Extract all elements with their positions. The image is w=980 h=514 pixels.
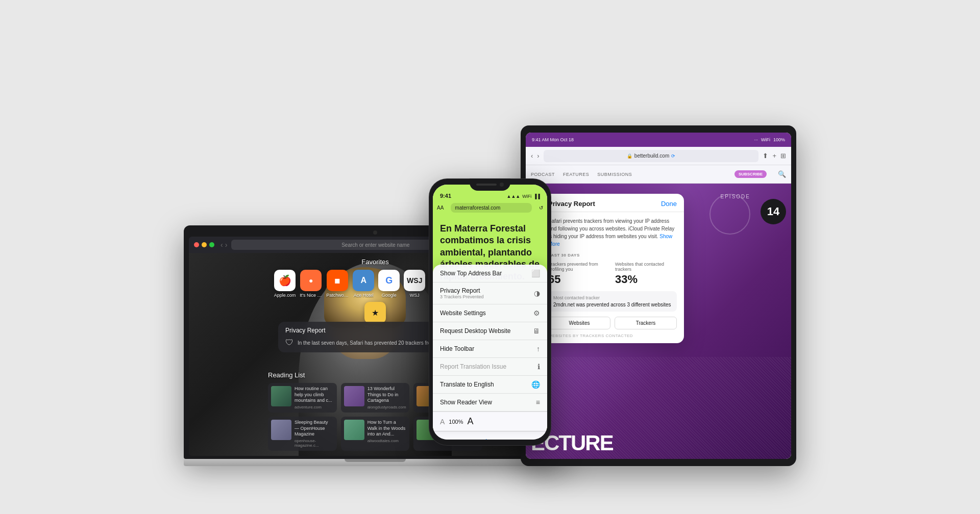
- reading-source-5: allwoodtales.com: [368, 439, 407, 443]
- menu-website-settings[interactable]: Website Settings ⚙: [433, 304, 547, 322]
- iphone-notch: [470, 178, 510, 191]
- reading-title-1: How routine can help you climb mountains…: [295, 386, 334, 404]
- reading-list-item-5[interactable]: How to Turn a Walk in the Woods into an …: [341, 417, 410, 451]
- ipad-episode-label: EPISODE: [721, 194, 750, 199]
- fav-icon-ace: A: [353, 270, 374, 291]
- iphone-speaker: [476, 184, 497, 186]
- fav-icon-wsj: WSJ: [404, 270, 425, 291]
- ipad-tabs-button[interactable]: ⊞: [780, 152, 786, 160]
- reading-list-item-1[interactable]: How routine can help you climb mountains…: [268, 383, 337, 413]
- ipad-forward-button[interactable]: ›: [537, 152, 539, 160]
- reading-source-1: adventure.com: [295, 405, 334, 409]
- toolbar-tabs-icon[interactable]: ⊞: [528, 438, 534, 440]
- iphone-url: materraforestal.com: [455, 205, 500, 211]
- ipad-big-text-arch: ECTURE: [531, 432, 786, 454]
- back-button[interactable]: ‹: [220, 241, 223, 249]
- fav-item-patchwork[interactable]: ◼ Patchwork Archit...: [326, 270, 349, 298]
- toolbar-share-icon[interactable]: ⬆: [483, 438, 489, 440]
- ipad-modal-body: Safari prevents trackers from viewing yo…: [541, 212, 684, 343]
- fav-label-patchwork: Patchwork Archit...: [326, 293, 349, 298]
- ipad-nav-podcast[interactable]: PODCAST: [531, 172, 555, 177]
- ipad-most-contacted-value: 2mdn.net was prevented across 3 differen…: [553, 302, 672, 307]
- ipad-modal-stats: Trackers prevented from profiling you 65…: [548, 262, 677, 286]
- fav-label-wsj: WSJ: [410, 293, 420, 298]
- iphone-content-area: En Materra Forestal combatimos la crisis…: [433, 215, 547, 431]
- reading-source-2: alongdustyroads.com: [368, 405, 407, 409]
- iphone-front-camera: [500, 183, 504, 187]
- fav-item-nicethat[interactable]: ● It's Nice That: [300, 270, 322, 298]
- iphone-context-menu: Show Top Address Bar ⬜ Privacy Report 3 …: [433, 265, 547, 431]
- fav-item-ace[interactable]: A Ace Hotel: [353, 270, 374, 298]
- toolbar-forward-icon[interactable]: ›: [464, 438, 467, 440]
- reading-list-item-4[interactable]: Sleeping Beauty — OpenHouse Magazine ope…: [268, 417, 337, 451]
- ipad-device: 9:41 AM Mon Oct 18 ··· WiFi 100% ‹ › 🔒 b…: [521, 125, 796, 466]
- ipad-back-button[interactable]: ‹: [531, 152, 533, 160]
- ipad-arch-circles: [709, 194, 750, 235]
- ipad-subscribe-button[interactable]: SUBSCRIBE: [734, 170, 767, 178]
- fav-label-ace: Ace Hotel: [354, 293, 374, 298]
- macbook-address-text: Search or enter website name: [341, 242, 409, 248]
- signal-icon: ▲▲▲: [507, 194, 521, 199]
- ipad-trackers-tab[interactable]: Trackers: [615, 317, 677, 329]
- request-desktop-icon: 🖥: [533, 327, 540, 335]
- ipad-nav-submissions[interactable]: SUBMISSIONS: [597, 172, 632, 177]
- menu-reader-view[interactable]: Show Reader View ≡: [433, 394, 547, 412]
- menu-privacy-report[interactable]: Privacy Report 3 Trackers Prevented ◑: [433, 282, 547, 304]
- fav-label-nicethat: It's Nice That: [300, 293, 322, 298]
- hide-toolbar-label: Hide Toolbar: [440, 345, 474, 352]
- ipad-websites-contacted-stat: Websites that contacted trackers 33%: [615, 262, 677, 286]
- menu-hide-toolbar[interactable]: Hide Toolbar ↑: [433, 340, 547, 358]
- iphone-refresh-icon[interactable]: ↺: [539, 205, 543, 211]
- close-button[interactable]: [194, 242, 199, 247]
- ipad-trackers-prevented-value: 65: [548, 273, 610, 286]
- ipad-search-icon[interactable]: 🔍: [778, 170, 786, 178]
- translate-english-icon: 🌐: [531, 380, 540, 389]
- iphone-aa-button[interactable]: AA: [437, 205, 444, 211]
- iphone-safari-bar: AA materraforestal.com ↺: [433, 201, 547, 215]
- ipad-address-bar[interactable]: 🔒 betterbuild.com ⟳: [544, 150, 759, 162]
- ipad-reload-icon[interactable]: ⟳: [671, 153, 675, 159]
- menu-request-desktop[interactable]: Request Desktop Website 🖥: [433, 322, 547, 340]
- reading-title-4: Sleeping Beauty — OpenHouse Magazine: [295, 420, 334, 438]
- fav-label-apple: Apple.com: [274, 293, 296, 298]
- ipad-episode-number: 14: [761, 199, 786, 224]
- reading-list-item-2[interactable]: 13 Wonderful Things to Do in Cartagena a…: [341, 383, 410, 413]
- toolbar-back-icon[interactable]: ‹: [446, 438, 448, 440]
- reading-thumb-1: [271, 386, 291, 406]
- fav-item-wsj[interactable]: WSJ WSJ: [404, 270, 425, 298]
- reading-title-2: 13 Wonderful Things to Do in Cartagena: [368, 386, 407, 404]
- zoom-increase-button[interactable]: A: [467, 416, 473, 427]
- ipad-websites-tab[interactable]: Websites: [548, 317, 610, 329]
- request-desktop-label: Request Desktop Website: [440, 327, 511, 335]
- menu-show-address-bar[interactable]: Show Top Address Bar ⬜: [433, 265, 547, 282]
- reading-thumb-2: [344, 386, 364, 406]
- macbook-traffic-lights: [194, 242, 214, 247]
- fav-item-apple[interactable]: 🍎 Apple.com: [274, 270, 296, 298]
- ipad-most-contacted-label: Most contacted tracker: [553, 295, 672, 300]
- iphone-body: 9:41 ▲▲▲ WiFi ▐▐ AA materraforestal.com …: [429, 178, 551, 446]
- forward-button[interactable]: ›: [225, 241, 228, 249]
- fav-icon-nicethat: ●: [300, 270, 322, 291]
- ipad-modal-done-button[interactable]: Done: [661, 200, 677, 208]
- ipad-nav-features[interactable]: FEATURES: [563, 172, 589, 177]
- zoom-controls: A 100% A: [440, 416, 474, 427]
- fav-item-google[interactable]: G Google: [378, 270, 400, 298]
- ipad-time: 9:41 AM Mon Oct 18: [532, 137, 574, 142]
- fullscreen-button[interactable]: [209, 242, 214, 247]
- privacy-report-menu-label: Privacy Report: [440, 287, 484, 294]
- minimize-button[interactable]: [202, 242, 207, 247]
- ipad-add-tab-button[interactable]: +: [772, 152, 776, 160]
- zoom-decrease-button[interactable]: A: [440, 418, 445, 426]
- menu-translate-english[interactable]: Translate to English 🌐: [433, 376, 547, 394]
- ipad-status-bar: 9:41 AM Mon Oct 18 ··· WiFi 100%: [526, 133, 791, 147]
- menu-report-translation[interactable]: Report Translation Issue ℹ: [433, 358, 547, 376]
- ipad-share-button[interactable]: ⬆: [763, 152, 768, 160]
- iphone-address-bar[interactable]: materraforestal.com: [451, 203, 532, 213]
- ipad-last-30-days-label: LAST 30 DAYS: [548, 253, 677, 258]
- report-translation-icon: ℹ: [537, 363, 540, 371]
- ipad-trackers-prevented-stat: Trackers prevented from profiling you 65: [548, 262, 610, 286]
- fav-icon-google: G: [378, 270, 400, 291]
- toolbar-bookmarks-icon[interactable]: ⊟: [505, 438, 512, 440]
- ipad-most-contacted-tracker: Most contacted tracker 2mdn.net was prev…: [548, 291, 677, 312]
- fav-icon-patchwork: ◼: [327, 270, 348, 291]
